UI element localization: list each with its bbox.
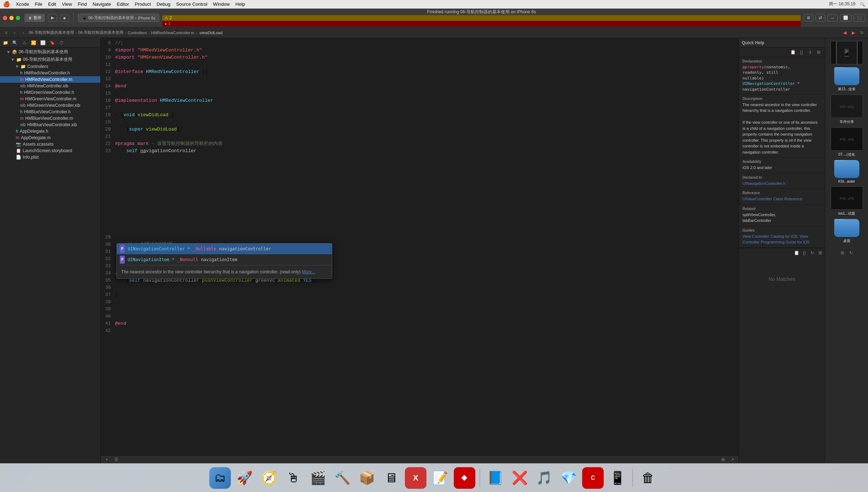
dock-finder[interactable]: 🗂: [209, 467, 231, 489]
nav-icon-5[interactable]: ⬜: [40, 40, 46, 46]
next-button[interactable]: ›: [20, 29, 27, 36]
breadcrumb-file[interactable]: HMRedViewController.m: [151, 31, 194, 35]
dock-safari[interactable]: 🧭: [258, 467, 280, 489]
inspector-copy-button[interactable]: 📋: [793, 250, 800, 256]
menu-navigate[interactable]: Navigate: [92, 1, 111, 7]
dock-hammer[interactable]: 🔨: [332, 467, 353, 489]
inspector-refresh-button[interactable]: ↻: [809, 250, 816, 256]
panel-inspector-btn2[interactable]: ↻: [848, 250, 854, 256]
dock-xmind[interactable]: X: [405, 467, 426, 489]
file-info-plist[interactable]: 📄 Info.plist: [0, 154, 100, 160]
search-icon[interactable]: 🔍: [860, 2, 865, 7]
filter-button[interactable]: ☰: [113, 456, 119, 463]
menu-view[interactable]: View: [62, 1, 72, 7]
autocomplete-item-0[interactable]: P UINavigationController * _Nullable nav…: [117, 243, 332, 254]
dock-parallels[interactable]: ⯁: [454, 467, 475, 489]
dock-terminal[interactable]: 🖥: [380, 467, 402, 489]
menu-find[interactable]: Find: [78, 1, 87, 7]
breadcrumb-method[interactable]: -viewDidLoad: [198, 31, 223, 35]
panel-inspector-btn1[interactable]: ⊞: [839, 250, 846, 256]
dock-trash[interactable]: 🗑: [637, 467, 659, 489]
file-launchscreen[interactable]: 📋 LaunchScreen.storyboard: [0, 147, 100, 154]
folder-icon-3[interactable]: [834, 219, 859, 237]
dock-word[interactable]: 📘: [484, 467, 506, 489]
dock-sketch[interactable]: 💎: [558, 467, 579, 489]
minimize-button[interactable]: [9, 16, 14, 20]
folder-icon-1[interactable]: [834, 67, 859, 85]
nav-icon-4[interactable]: 🔀: [30, 40, 37, 46]
dock-mouse[interactable]: 🖱: [283, 467, 304, 489]
file-appdelegate-h[interactable]: h AppDelegate.h: [0, 128, 100, 135]
project-root[interactable]: ▶ 📦 06-导航控制器的基本使用: [0, 48, 100, 56]
layout-button-5[interactable]: ⬛: [854, 14, 865, 22]
prev-button[interactable]: ‹: [12, 29, 18, 36]
panel-item-folder-3[interactable]: 桌面: [827, 219, 867, 243]
add-file-button[interactable]: +: [104, 456, 110, 463]
inspector-grid-button[interactable]: ⊞: [817, 250, 823, 256]
folder-icon-2[interactable]: [834, 160, 859, 178]
layout-button-1[interactable]: ⊞: [804, 14, 813, 22]
inspector-code-button[interactable]: {}: [801, 250, 808, 256]
canvas-button[interactable]: ⊞: [720, 456, 726, 463]
dock-archive[interactable]: 📦: [356, 467, 378, 489]
qh-reference-value[interactable]: UIViewController Class Reference: [743, 196, 821, 202]
refresh-button[interactable]: ↻: [859, 29, 865, 36]
close-button[interactable]: [3, 16, 7, 20]
dock-itunes[interactable]: 🎵: [533, 467, 555, 489]
dock-csdn[interactable]: C: [582, 467, 604, 489]
jump-button[interactable]: ↗: [729, 456, 736, 463]
layout-button-3[interactable]: ↔: [827, 14, 838, 22]
more-link[interactable]: More...: [302, 269, 315, 274]
project-group[interactable]: ▶ 📁 06-导航控制器的基本使用: [0, 56, 100, 63]
qh-declared-in-value[interactable]: UINavigationController.h: [743, 181, 821, 187]
nav-icon-6[interactable]: 🔖: [49, 40, 55, 46]
stop-button[interactable]: ■: [60, 14, 69, 22]
dock-error[interactable]: ❌: [509, 467, 530, 489]
qh-grid-button[interactable]: ⊞: [816, 49, 822, 55]
file-hmgreenvc-h[interactable]: h HMGreenViewController.h: [0, 89, 100, 96]
layout-button-4[interactable]: ⬜: [840, 14, 851, 22]
file-appdelegate-m[interactable]: m AppDelegate.m: [0, 135, 100, 141]
scheme-selector[interactable]: 📱 06-导航控制器的基本使用 › iPhone 6s: [78, 14, 160, 22]
pause-button[interactable]: ⏸ 暂停: [24, 14, 45, 22]
dock-launchpad[interactable]: 🚀: [234, 467, 255, 489]
nav-icon-1[interactable]: 📁: [2, 40, 9, 46]
menu-file[interactable]: File: [35, 1, 42, 7]
dock-simulator[interactable]: 📱: [607, 467, 628, 489]
dock-notes[interactable]: 📝: [429, 467, 451, 489]
error-nav-next[interactable]: ▶: [850, 29, 856, 36]
breadcrumb-project[interactable]: 06-导航控制器的基本使用: [29, 30, 74, 35]
panel-item-folder-1[interactable]: 第13...业准: [827, 67, 867, 92]
file-hmgreenvc-xib[interactable]: xib HMGreenViewController.xib: [0, 102, 100, 109]
file-hmgreenvc-m[interactable]: m HMGreenViewController.m: [0, 96, 100, 102]
code-content[interactable]: 8 //; 9 #import "HMRedViewController.h" …: [101, 38, 739, 455]
panel-item-folder-2[interactable]: KSI...aster: [827, 160, 867, 183]
nav-icon-3[interactable]: ⚠: [21, 40, 27, 46]
file-hmredvc-h[interactable]: h HMRedViewController.h: [0, 70, 100, 76]
file-hmbluevc-m[interactable]: m HMBlueViewController.m: [0, 115, 100, 122]
autocomplete-item-1[interactable]: P UINavigationItem * _Nonnull navigation…: [117, 254, 332, 265]
menu-edit[interactable]: Edit: [48, 1, 56, 7]
nav-icon-2[interactable]: 🔍: [12, 40, 18, 46]
run-button[interactable]: ▶: [48, 14, 57, 22]
layout-button-2[interactable]: ⇄: [816, 14, 825, 22]
apple-menu[interactable]: 🍎: [3, 1, 10, 8]
breadcrumb-group[interactable]: 06-导航控制器的基本使用: [78, 30, 124, 35]
error-nav-prev[interactable]: ◀: [841, 29, 848, 36]
menu-xcode[interactable]: Xcode: [16, 1, 29, 7]
qh-info-button[interactable]: ℹ: [807, 49, 813, 55]
file-hmredvc-m[interactable]: m HMRedViewController.m: [0, 76, 100, 83]
qh-guides-value[interactable]: View Controller Catalog for iOS, View Co…: [743, 233, 821, 245]
menu-editor[interactable]: Editor: [117, 1, 129, 7]
menu-help[interactable]: Help: [236, 1, 245, 7]
file-hmbluevc-h[interactable]: h HMBlueViewController.h: [0, 109, 100, 115]
menu-product[interactable]: Product: [135, 1, 151, 7]
qh-copy-button[interactable]: 📋: [790, 49, 796, 55]
menu-debug[interactable]: Debug: [157, 1, 170, 7]
file-hmbluevc-xib[interactable]: xib HMBlueViewController.xib: [0, 122, 100, 128]
maximize-button[interactable]: [16, 16, 20, 20]
sidebar-toggle[interactable]: ≡: [3, 29, 9, 36]
menu-source-control[interactable]: Source Control: [176, 1, 207, 7]
dock-movie[interactable]: 🎬: [307, 467, 329, 489]
file-assets[interactable]: 📷 Assets.xcassets: [0, 141, 100, 147]
